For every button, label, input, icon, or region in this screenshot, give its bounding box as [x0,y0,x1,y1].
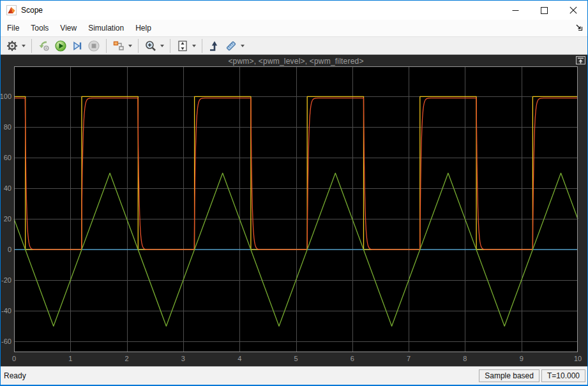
scope-window: Scope File Tools View Simulation Help [0,0,588,386]
toolbar-separator [31,39,32,53]
toolbar [1,36,587,55]
run-button[interactable] [53,38,68,54]
configuration-properties-button[interactable] [4,38,20,54]
menubar: File Tools View Simulation Help [1,20,587,36]
close-button[interactable] [559,1,587,20]
svg-text:20: 20 [4,215,11,223]
signal-selector-button[interactable] [111,38,126,54]
titlebar: Scope [1,1,587,20]
run-icon [54,40,67,52]
minimize-icon [512,7,519,14]
svg-text:5: 5 [294,355,298,362]
menu-file[interactable]: File [7,21,25,35]
stop-button[interactable] [86,38,102,54]
step-forward-button[interactable] [70,38,85,54]
svg-text:80: 80 [4,123,11,131]
svg-text:100: 100 [1,93,11,100]
svg-text:3: 3 [181,355,185,362]
step-back-icon [38,40,50,52]
svg-text:10: 10 [574,355,582,362]
svg-text:7: 7 [407,355,411,362]
gear-icon [6,40,19,52]
svg-text:40: 40 [4,184,11,192]
svg-text:2: 2 [125,355,129,362]
toolbar-separator [202,39,202,53]
measurements-ruler-icon [225,40,237,52]
plot-panel: <pwm>, <pwm_level>, <pwm_filtered> 01234… [1,55,587,366]
scale-axes-icon [176,40,189,52]
measurements-button[interactable] [223,38,239,54]
svg-text:8: 8 [463,355,467,362]
svg-text:-60: -60 [1,338,11,345]
close-icon [569,6,577,14]
zoom-in-icon [144,40,157,52]
svg-text:0: 0 [12,355,16,362]
svg-text:4: 4 [237,355,241,362]
svg-text:-20: -20 [1,276,11,284]
menu-help[interactable]: Help [130,21,157,35]
scale-axes-button[interactable] [175,38,190,54]
configuration-dropdown-caret[interactable] [22,45,26,47]
svg-text:1: 1 [68,355,72,362]
status-sample-mode: Sample based [479,369,539,382]
status-sim-time: T=10.000 [541,369,585,382]
trigger-icon [208,40,221,52]
window-title: Scope [21,6,43,15]
svg-text:-40: -40 [1,307,11,315]
svg-text:9: 9 [520,355,524,362]
matlab-app-icon [6,5,17,15]
trigger-button[interactable] [207,38,222,54]
measurements-dropdown-caret[interactable] [241,45,245,47]
statusbar: Ready Sample based T=10.000 [1,366,587,385]
toolbar-separator [106,39,107,53]
svg-text:60: 60 [4,154,11,161]
scope-plot-canvas[interactable]: 012345678910-60-40-20020406080100 [1,55,587,366]
step-back-button[interactable] [36,38,52,54]
signal-selector-dropdown-caret[interactable] [128,45,132,47]
maximize-button[interactable] [530,1,559,20]
status-text: Ready [4,371,26,380]
zoom-in-button[interactable] [143,38,158,54]
dock-arrow-icon [575,24,583,31]
stop-icon [87,40,100,52]
minimize-button[interactable] [501,1,530,20]
signal-selector-icon [112,40,125,52]
menu-tools[interactable]: Tools [25,21,54,35]
svg-text:0: 0 [8,246,11,253]
dock-scope-button[interactable] [575,23,584,32]
step-forward-icon [71,40,84,52]
menu-simulation[interactable]: Simulation [82,21,130,35]
scale-axes-dropdown-caret[interactable] [192,45,196,47]
toolbar-separator [170,39,170,53]
menu-view[interactable]: View [54,21,82,35]
zoom-dropdown-caret[interactable] [160,45,164,47]
toolbar-separator [138,39,139,53]
svg-text:6: 6 [351,355,354,362]
maximize-icon [541,7,548,14]
